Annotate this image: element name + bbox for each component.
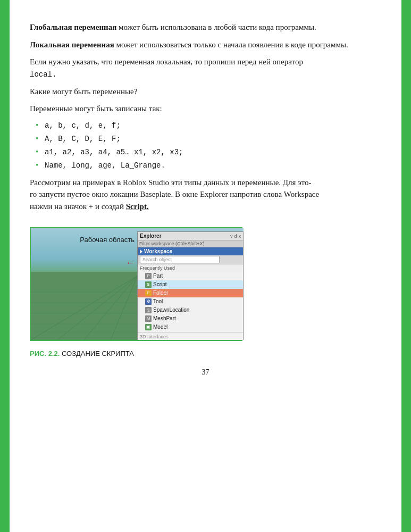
bullet-item-1: a, b, c, d, e, f; xyxy=(35,120,381,131)
explorer-item-meshpart[interactable]: M MeshPart xyxy=(138,314,243,323)
paragraph-4: Какие могут быть переменные? xyxy=(30,86,381,98)
caption-label: РИС. 2.2. xyxy=(30,350,60,358)
explorer-titlebar: Explorer v d x xyxy=(138,232,243,240)
model-label: Model xyxy=(153,323,167,331)
local-code: local. xyxy=(30,70,56,79)
explorer-detach-icon[interactable]: d xyxy=(234,234,237,239)
folder-label: Folder xyxy=(153,289,168,297)
explorer-controls: v d x xyxy=(230,234,241,239)
tool-label: Tool xyxy=(153,298,163,305)
workarea-label: Рабочая область xyxy=(80,236,135,244)
variables-list: a, b, c, d, e, f; A, B, C, D, E, F; a1, … xyxy=(35,120,381,171)
global-var-bold: Глобальная переменная xyxy=(30,23,116,31)
explorer-search-row: Search object xyxy=(138,255,243,264)
p6-script: Script. xyxy=(126,202,149,211)
spawn-icon: ◎ xyxy=(145,307,152,313)
script-icon: S xyxy=(145,281,152,288)
meshpart-label: MeshPart xyxy=(153,315,176,322)
explorer-item-script[interactable]: S Script xyxy=(138,280,243,289)
spawnlocation-label: SpawnLocation xyxy=(153,306,189,314)
local-var-bold: Локальная переменная xyxy=(30,40,114,49)
explorer-filter-label: Filter workspace (Ctrl+Shift+X) xyxy=(139,241,205,246)
page-content: Глобальная переменная может быть использ… xyxy=(19,0,392,398)
screenshot-inner: Рабочая область Explorer v d x Filter wo… xyxy=(31,228,241,340)
p6-line1: Рассмотрим на примерах в Roblox Studio э… xyxy=(30,178,311,187)
explorer-filter-row: Filter workspace (Ctrl+Shift+X) xyxy=(138,240,243,247)
workspace-label: Workspace xyxy=(144,248,172,254)
bullet-item-4: Name, long, age, La_Grange. xyxy=(35,160,381,171)
caption-text: СОЗДАНИЕ СКРИПТА xyxy=(60,350,134,358)
explorer-workspace-row[interactable]: Workspace ← xyxy=(138,247,243,255)
part-label: Part xyxy=(153,272,163,280)
paragraph-1: Глобальная переменная может быть использ… xyxy=(30,21,381,34)
mesh-icon: M xyxy=(145,315,152,322)
explorer-close-icon[interactable]: x xyxy=(239,234,241,239)
workspace-expand-arrow xyxy=(140,250,142,254)
explorer-item-tool[interactable]: ⚙ Tool xyxy=(138,297,243,306)
explorer-item-folder[interactable]: F Folder xyxy=(138,289,243,297)
viewport: Рабочая область Explorer v d x Filter wo… xyxy=(31,228,244,340)
figure-caption: РИС. 2.2. СОЗДАНИЕ СКРИПТА xyxy=(30,350,381,358)
explorer-title: Explorer xyxy=(140,233,162,239)
page-number: 37 xyxy=(30,368,381,377)
paragraph-3: Если нужно указать, что переменная локал… xyxy=(30,56,381,80)
part-icon: P xyxy=(145,273,152,279)
explorer-panel: Explorer v d x Filter workspace (Ctrl+Sh… xyxy=(137,231,244,340)
explorer-divider xyxy=(138,332,243,332)
red-arrow-annotation: ← xyxy=(126,258,135,268)
paragraph-2: Локальная переменная может использоватьс… xyxy=(30,39,381,51)
p6-line3: нажми на значок + и создай xyxy=(30,202,126,211)
model-icon: ▣ xyxy=(145,324,152,330)
paragraph-6: Рассмотрим на примерах в Roblox Studio э… xyxy=(30,177,381,213)
search-placeholder[interactable]: Search object xyxy=(140,256,220,263)
section-3d-label: 3D Interfaces xyxy=(138,333,243,340)
p6-line2: го запусти пустое окно локации Baseplate… xyxy=(30,190,319,198)
folder-icon: F xyxy=(145,290,152,296)
screenshot-container: Рабочая область Explorer v d x Filter wo… xyxy=(30,227,242,341)
left-green-bar xyxy=(0,0,10,532)
bullet-item-3: a1, a2, a3, a4, a5… x1, x2, x3; xyxy=(35,147,381,158)
explorer-item-model[interactable]: ▣ Model xyxy=(138,323,243,331)
paragraph-1-rest: может быть использована в любой части ко… xyxy=(116,23,316,31)
bullet-item-2: A, B, C, D, E, F; xyxy=(35,134,381,145)
right-green-bar xyxy=(401,0,411,532)
script-label: Script xyxy=(153,281,167,288)
explorer-item-part[interactable]: P Part xyxy=(138,272,243,280)
section-frequently-used: Frequently Used xyxy=(138,264,243,272)
explorer-pin-icon[interactable]: v xyxy=(230,234,233,239)
explorer-item-spawnlocation[interactable]: ◎ SpawnLocation xyxy=(138,306,243,314)
paragraph-2-rest: может использоваться только с начала поя… xyxy=(114,40,348,49)
paragraph-5: Переменные могут быть записаны так: xyxy=(30,103,381,115)
tool-icon: ⚙ xyxy=(145,298,152,305)
paragraph-3-text: Если нужно указать, что переменная локал… xyxy=(30,57,303,66)
